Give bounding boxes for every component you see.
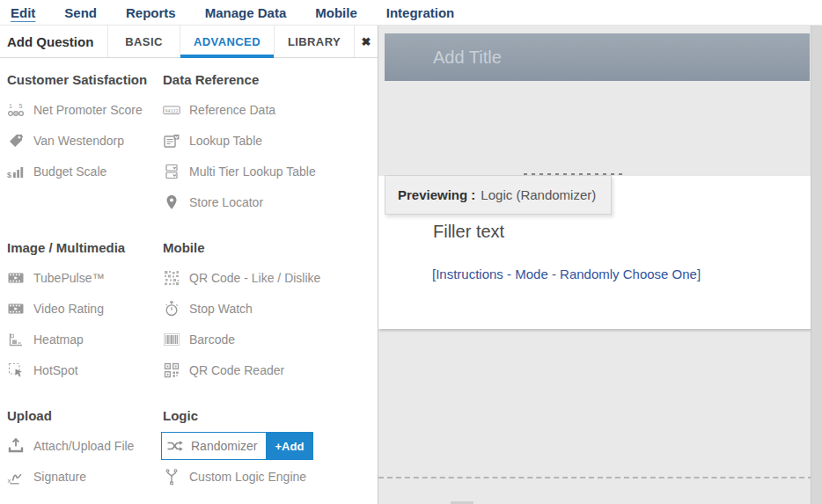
section-logic: Logic Randomizer +Add Custom Logic Engin…	[163, 394, 377, 504]
page-break-dashed-line	[378, 477, 822, 478]
heatmap-icon	[7, 331, 25, 348]
shuffle-icon	[166, 437, 184, 455]
nav-item-reports[interactable]: Reports	[126, 5, 176, 20]
section-header: Mobile	[163, 240, 377, 255]
nav-item-integration[interactable]: Integration	[386, 5, 455, 20]
question-type-stop-watch[interactable]: Stop Watch	[163, 293, 377, 324]
top-navigation: Edit Send Reports Manage Data Mobile Int…	[0, 0, 822, 26]
section-header: Data Reference	[163, 72, 377, 87]
section-header: Upload	[7, 408, 163, 423]
question-type-heatmap[interactable]: Heatmap	[7, 324, 163, 354]
item-label: Randomizer	[191, 439, 257, 453]
item-label: Signature	[33, 470, 86, 484]
add-question-panel: Add Question BASIC ADVANCED LIBRARY ✖ Cu…	[0, 26, 378, 504]
question-type-multi-tier-lookup-table[interactable]: Multi Tier Lookup Table	[163, 156, 377, 186]
nav-item-mobile[interactable]: Mobile	[315, 5, 357, 20]
item-label: Multi Tier Lookup Table	[189, 164, 316, 179]
lookup-table-icon	[163, 132, 180, 150]
survey-preview-panel: Add Title Filler text [Instructions - Mo…	[378, 26, 822, 504]
question-type-reference-data[interactable]: 94122 Reference Data	[163, 94, 377, 125]
question-type-budget-scale[interactable]: $ Budget Scale	[7, 156, 163, 186]
add-button[interactable]: +Add	[266, 433, 312, 459]
question-type-qr-code-reader[interactable]: QR Code Reader	[163, 354, 377, 385]
price-tag-icon	[7, 132, 25, 150]
svg-text:$: $	[7, 171, 11, 179]
question-type-hotspot[interactable]: HotSpot	[7, 354, 163, 385]
nav-item-send[interactable]: Send	[64, 5, 97, 20]
reference-data-icon: 94122	[163, 101, 180, 119]
section-customer-satisfaction: Customer Satisfaction 15 Net Promoter Sc…	[7, 58, 163, 226]
question-type-signature[interactable]: x Signature	[7, 461, 163, 492]
upload-tray-icon	[7, 437, 25, 455]
item-label: Van Westendorp	[33, 134, 124, 148]
question-type-net-promoter-score[interactable]: 15 Net Promoter Score	[7, 94, 163, 125]
section-image-multimedia: Image / Multimedia TubePulse™ Video Rati…	[7, 226, 163, 394]
qr-code-icon	[163, 269, 180, 287]
qr-reader-icon	[163, 362, 180, 379]
budget-bars-icon: $	[7, 163, 25, 180]
question-type-barcode[interactable]: Barcode	[163, 324, 377, 354]
nav-item-edit[interactable]: Edit	[11, 5, 35, 20]
survey-builder-screen: Edit Send Reports Manage Data Mobile Int…	[0, 0, 822, 504]
svg-text:94122: 94122	[165, 107, 178, 113]
item-label: Heatmap	[33, 332, 84, 347]
video-film-icon	[7, 269, 25, 287]
question-type-store-locator[interactable]: Store Locator	[163, 186, 377, 217]
tooltip-value: Logic (Randomizer)	[481, 187, 596, 202]
question-instructions: [Instructions - Mode - Randomly Choose O…	[432, 267, 701, 281]
svg-text:5: 5	[19, 102, 23, 108]
add-question-tabbar: Add Question BASIC ADVANCED LIBRARY ✖	[0, 26, 378, 58]
add-title-placeholder[interactable]: Add Title	[385, 33, 810, 81]
stopwatch-icon	[163, 300, 180, 318]
svg-text:1: 1	[9, 102, 12, 108]
previewing-tooltip: Previewing : Logic (Randomizer)	[385, 175, 612, 215]
question-type-attach-upload-file[interactable]: Attach/Upload File	[7, 430, 163, 461]
barcode-icon	[163, 331, 180, 348]
question-type-qr-code-like-dislike[interactable]: QR Code - Like / Dislike	[163, 262, 377, 293]
signature-icon: x	[7, 468, 25, 486]
question-type-grid: Customer Satisfaction 15 Net Promoter Sc…	[0, 58, 377, 504]
tab-basic[interactable]: BASIC	[107, 26, 180, 57]
item-label: QR Code - Like / Dislike	[189, 271, 320, 285]
question-type-randomizer[interactable]: Randomizer +Add	[161, 432, 313, 460]
section-mobile: Mobile QR Code - Like / Dislike Stop Wat…	[163, 226, 377, 394]
item-label: Net Promoter Score	[33, 103, 143, 117]
nav-item-manage-data[interactable]: Manage Data	[205, 5, 287, 20]
nps-scale-icon: 15	[7, 101, 25, 119]
video-film-icon	[7, 300, 25, 318]
section-header: Customer Satisfaction	[7, 72, 163, 87]
item-label: Reference Data	[189, 103, 275, 117]
item-label: Video Rating	[33, 302, 104, 316]
logic-branch-icon	[163, 468, 180, 486]
item-label: Budget Scale	[33, 164, 106, 179]
svg-text:x: x	[8, 476, 11, 484]
question-type-video-rating[interactable]: Video Rating	[7, 293, 163, 324]
multi-tier-lookup-icon	[163, 163, 180, 180]
item-label: TubePulse™	[33, 271, 104, 285]
map-pin-icon	[163, 194, 180, 211]
item-label: QR Code Reader	[189, 363, 284, 377]
tab-library[interactable]: LIBRARY	[274, 26, 354, 57]
close-icon[interactable]: ✖	[354, 26, 378, 57]
item-label: Stop Watch	[189, 302, 253, 316]
section-upload: Upload Attach/Upload File x Signature	[7, 394, 163, 504]
item-label: Attach/Upload File	[33, 439, 134, 453]
question-type-custom-logic-engine[interactable]: Custom Logic Engine	[163, 461, 377, 492]
section-data-reference: Data Reference 94122 Reference Data Look…	[163, 58, 377, 226]
section-header: Logic	[163, 408, 377, 423]
item-label: Barcode	[189, 332, 235, 347]
hotspot-cursor-icon	[7, 362, 25, 379]
question-type-lookup-table[interactable]: Lookup Table	[163, 125, 377, 156]
section-header: Image / Multimedia	[7, 240, 163, 255]
item-label: Custom Logic Engine	[189, 470, 306, 484]
item-label: HotSpot	[33, 363, 78, 377]
tooltip-label: Previewing :	[398, 187, 475, 202]
tab-advanced[interactable]: ADVANCED	[180, 26, 274, 57]
item-label: Store Locator	[189, 195, 263, 209]
scrollbar[interactable]	[811, 26, 822, 504]
panel-title: Add Question	[0, 26, 107, 57]
question-type-van-westendorp[interactable]: Van Westendorp	[7, 125, 163, 156]
question-type-tubepulse[interactable]: TubePulse™	[7, 262, 163, 293]
item-label: Lookup Table	[189, 134, 262, 148]
question-title: Filler text	[433, 222, 504, 242]
